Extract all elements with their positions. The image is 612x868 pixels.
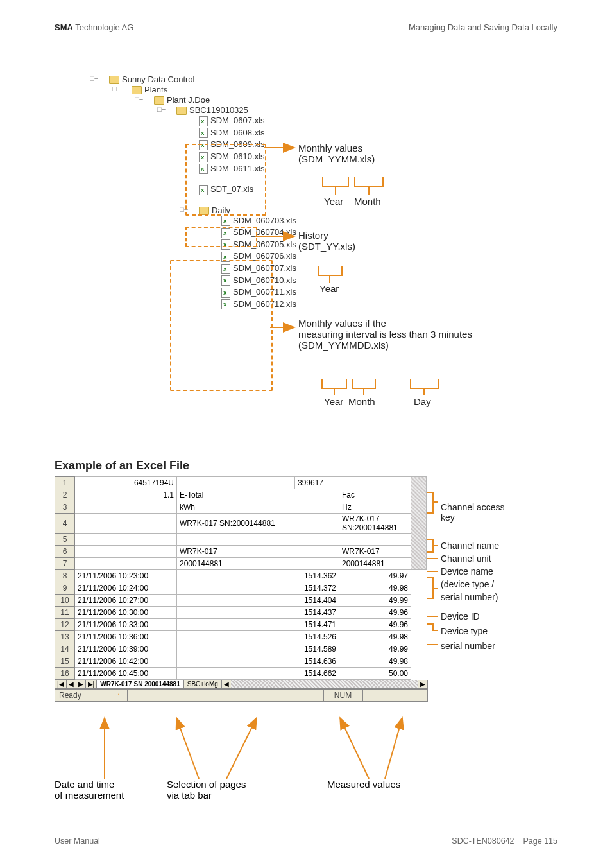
cell: WR7K-017 bbox=[177, 546, 339, 558]
nav-next[interactable]: ▶ bbox=[76, 680, 86, 688]
tree-file: SDM_0608.xls bbox=[199, 127, 296, 139]
xls-icon bbox=[199, 116, 208, 126]
nav-first[interactable]: |◀ bbox=[55, 680, 67, 688]
cell: kWh bbox=[177, 501, 339, 514]
label-device-id: Device ID bbox=[441, 611, 480, 621]
annot-month2: Month bbox=[348, 396, 375, 407]
folder-icon bbox=[154, 96, 164, 105]
annot-history: History(SDT_YY.xls) bbox=[298, 230, 355, 252]
dash-box-daily bbox=[170, 260, 273, 391]
annot-daily: Monthly values if themeasuring interval … bbox=[298, 318, 472, 351]
svg-line-18 bbox=[226, 718, 257, 779]
annot-month1: Month bbox=[354, 196, 381, 207]
nav-last[interactable]: ▶| bbox=[86, 680, 98, 688]
tab-bar: |◀ ◀ ▶ ▶| WR7K-017 SN 2000144881 SBC+ioM… bbox=[55, 680, 428, 689]
cell: Fac bbox=[339, 489, 411, 501]
foot-date: Date and timeof measurement bbox=[55, 779, 124, 801]
svg-line-20 bbox=[385, 718, 402, 779]
annot-year2: Year bbox=[319, 283, 339, 294]
foot-values: Measured values bbox=[327, 779, 400, 790]
folder-icon bbox=[176, 107, 187, 115]
cell: WR7K-017 bbox=[339, 546, 411, 558]
annot-year3: Year bbox=[324, 396, 343, 407]
annot-day: Day bbox=[414, 396, 431, 407]
xls-icon bbox=[199, 128, 208, 138]
excel-screenshot: 164517194U399617 21.1E-TotalFac 3kWhHz 4… bbox=[55, 476, 427, 817]
svg-line-17 bbox=[176, 718, 199, 779]
folder-icon bbox=[132, 86, 142, 94]
section-title-header: Managing Data and Saving Data Locally bbox=[409, 22, 557, 32]
status-num: NUM bbox=[323, 690, 362, 701]
label-channel-name: Channel name bbox=[441, 541, 499, 551]
page-footer: User Manual SDC-TEN080642 Page 115 bbox=[55, 837, 557, 846]
sheet-tab[interactable]: SBC+ioMg bbox=[184, 680, 222, 688]
label-device-type: Device type bbox=[441, 626, 488, 636]
tree-file: SDM_0607.xls bbox=[199, 115, 296, 127]
label-channel-unit: Channel unit bbox=[441, 553, 491, 564]
scrollbar-vertical[interactable] bbox=[411, 477, 427, 570]
scrollbar-horizontal[interactable] bbox=[231, 680, 418, 688]
nav-prev[interactable]: ◀ bbox=[67, 680, 76, 688]
footer-right: SDC-TEN080642 Page 115 bbox=[452, 837, 557, 846]
folder-icon bbox=[109, 76, 119, 84]
status-bar: Ready NUM bbox=[55, 689, 428, 702]
dash-box-monthly bbox=[185, 144, 266, 216]
status-ready: Ready bbox=[55, 690, 128, 701]
foot-tabs: Selection of pagesvia tab bar bbox=[167, 779, 246, 801]
tree-file: SDM_060703.xls bbox=[221, 215, 296, 227]
brand-bold: SMA bbox=[55, 22, 73, 32]
footer-labels: Date and timeof measurement Selection of… bbox=[55, 779, 427, 817]
annot-year1: Year bbox=[324, 196, 343, 207]
cell: WR7K-017 SN:2000144881 bbox=[177, 514, 339, 534]
cell: 2000144881 bbox=[177, 558, 339, 570]
annot-monthly: Monthly values(SDM_YYMM.xls) bbox=[298, 143, 375, 164]
label-serial: serial number bbox=[441, 641, 495, 651]
cell: 2000144881 bbox=[339, 558, 411, 570]
tree-diagram: Sunny Data Control Plants Plant J.Doe SB… bbox=[55, 74, 557, 459]
cell: 399617 bbox=[295, 477, 339, 489]
section-heading: Example of an Excel File bbox=[55, 459, 557, 473]
xls-icon bbox=[221, 216, 230, 226]
cell: E-Total bbox=[177, 489, 339, 501]
cell: 64517194U bbox=[75, 477, 177, 489]
cell: Hz bbox=[339, 501, 411, 514]
label-device-type2: serial number) bbox=[441, 592, 498, 602]
svg-line-19 bbox=[340, 718, 369, 779]
label-device-name: Device name bbox=[441, 566, 493, 577]
brand: SMA Technologie AG bbox=[55, 22, 133, 32]
cell: 1.1 bbox=[75, 489, 177, 501]
brand-rest: Technologie AG bbox=[73, 22, 133, 32]
page-header: SMA Technologie AG Managing Data and Sav… bbox=[55, 22, 557, 32]
label-channel-access: Channel accesskey bbox=[441, 502, 505, 523]
footer-left: User Manual bbox=[55, 837, 100, 846]
dash-box-history bbox=[185, 227, 257, 247]
sheet-tab-active[interactable]: WR7K-017 SN 2000144881 bbox=[97, 680, 184, 688]
label-device-type1: (device type / bbox=[441, 579, 494, 589]
cell: WR7K-017 SN:2000144881 bbox=[339, 514, 411, 534]
